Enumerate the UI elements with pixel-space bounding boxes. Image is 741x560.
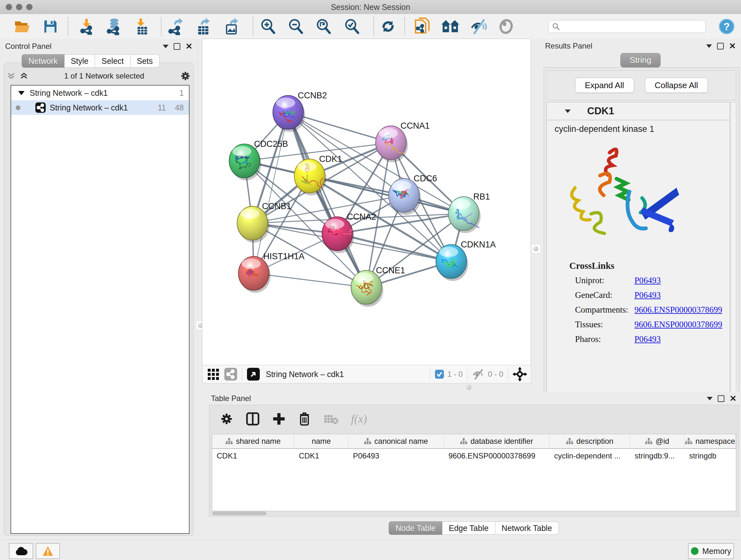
- network-options-gear-icon[interactable]: [180, 71, 191, 81]
- show-columns-icon[interactable]: [246, 412, 260, 426]
- help-icon[interactable]: ?: [719, 18, 735, 35]
- expand-collection-icon[interactable]: [18, 91, 24, 95]
- import-network-file-icon[interactable]: [79, 18, 94, 35]
- maximize-panel-icon[interactable]: [717, 43, 724, 50]
- crosslink-value-link[interactable]: P06493: [634, 275, 661, 286]
- search-input[interactable]: [560, 22, 705, 31]
- float-panel-icon[interactable]: [706, 44, 712, 48]
- network-collection-row[interactable]: String Network – cdk1 1: [11, 85, 189, 100]
- delete-column-icon[interactable]: [298, 412, 311, 426]
- column-header-@id[interactable]: @id: [630, 434, 685, 448]
- float-panel-icon[interactable]: [163, 45, 169, 48]
- toolbar-separator: [253, 17, 253, 36]
- network-status-dot: [16, 105, 20, 110]
- float-panel-icon[interactable]: [707, 397, 713, 400]
- results-vscrollbar[interactable]: [731, 102, 736, 417]
- zoom-fit-icon[interactable]: [316, 18, 332, 35]
- tab-select[interactable]: Select: [95, 54, 130, 68]
- column-header-canonical-name[interactable]: canonical name: [348, 434, 444, 448]
- network-view-toolbar: String Network – cdk1 1 - 0 0 - 0: [202, 365, 531, 383]
- expand-all-button[interactable]: Expand All: [575, 78, 634, 93]
- table-options-gear-icon[interactable]: [220, 413, 233, 425]
- close-panel-icon[interactable]: ✕: [185, 42, 192, 51]
- table-cell[interactable]: 9606.ENSP00000378699: [444, 449, 549, 463]
- tab-node-table[interactable]: Node Table: [389, 521, 442, 535]
- table-cell[interactable]: CDK1: [294, 449, 348, 463]
- home-icon[interactable]: [441, 19, 459, 34]
- tab-style[interactable]: Style: [64, 54, 95, 68]
- network-view-icon[interactable]: [224, 368, 238, 381]
- right-splitter-handle[interactable]: [531, 244, 540, 253]
- cloud-button[interactable]: [9, 543, 33, 559]
- network-node-rb1[interactable]: RB1: [448, 192, 490, 233]
- maximize-panel-icon[interactable]: [718, 395, 724, 402]
- export-network-icon[interactable]: [168, 18, 184, 35]
- grid-view-icon[interactable]: [208, 369, 219, 380]
- network-row[interactable]: String Network – cdk1 11 48: [11, 100, 189, 115]
- network-node-cdkn1a[interactable]: CDKN1A: [436, 240, 496, 281]
- tab-string[interactable]: String: [620, 53, 661, 67]
- save-session-icon[interactable]: [43, 19, 58, 34]
- network-node-ccna1[interactable]: CCNA1: [376, 121, 430, 162]
- tab-network[interactable]: Network: [22, 54, 64, 68]
- show-all-icon[interactable]: [498, 19, 514, 34]
- selected-checkbox-icon[interactable]: [434, 369, 444, 379]
- expand-all-icon[interactable]: [20, 72, 28, 80]
- network-node-cdc25b[interactable]: CDC25B: [229, 139, 288, 180]
- refresh-icon[interactable]: [380, 18, 396, 35]
- table-cell[interactable]: stringdb: [684, 449, 736, 463]
- maximize-panel-icon[interactable]: [174, 43, 180, 50]
- hidden-eye-icon[interactable]: [472, 369, 485, 380]
- table-cell[interactable]: cyclin-dependent ...: [549, 449, 630, 463]
- network-node-hist1h1a[interactable]: HIST1H1A: [239, 252, 305, 293]
- crosslink-value-link[interactable]: P06493: [634, 334, 661, 344]
- crosshair-icon[interactable]: [513, 367, 527, 381]
- collapse-all-button[interactable]: Collapse All: [645, 78, 708, 93]
- column-header-database-identifier[interactable]: database identifier: [444, 434, 549, 448]
- network-node-ccnb2[interactable]: CCNB2: [273, 91, 327, 132]
- table-hscrollbar[interactable]: [210, 511, 738, 515]
- collapse-protein-icon[interactable]: [565, 110, 570, 113]
- network-graph[interactable]: CCNB2CCNA1CDC25BCDK1CDC6RB1CCNB1CCNA2CDK…: [202, 39, 531, 365]
- table-cell[interactable]: P06493: [348, 449, 444, 463]
- memory-button[interactable]: Memory: [688, 543, 734, 559]
- close-panel-icon[interactable]: ✕: [730, 394, 737, 402]
- column-header-namespace[interactable]: namespace: [684, 434, 736, 448]
- column-header-name[interactable]: name: [294, 434, 348, 448]
- crosslink-value-link[interactable]: 9606.ENSP00000378699: [634, 320, 722, 329]
- function-builder-icon[interactable]: f(x): [351, 412, 367, 426]
- network-canvas[interactable]: CCNB2CCNA1CDC25BCDK1CDC6RB1CCNB1CCNA2CDK…: [202, 39, 531, 365]
- search-field[interactable]: [548, 20, 706, 33]
- horizontal-splitter-handle[interactable]: [466, 385, 471, 390]
- tab-edge-table[interactable]: Edge Table: [442, 521, 495, 535]
- share-document-icon[interactable]: [414, 17, 429, 36]
- right-splitter[interactable]: [531, 39, 541, 383]
- open-session-icon[interactable]: [14, 19, 30, 34]
- crosslink-value-link[interactable]: P06493: [634, 290, 661, 300]
- import-table-icon[interactable]: [134, 18, 149, 35]
- warning-button[interactable]: [36, 543, 60, 559]
- collapse-all-icon[interactable]: [7, 72, 15, 80]
- close-panel-icon[interactable]: ✕: [729, 42, 736, 50]
- import-network-database-icon[interactable]: [105, 18, 122, 35]
- crosslink-label: Tissues:: [575, 320, 634, 329]
- divider: [430, 368, 430, 381]
- hide-selected-icon[interactable]: [470, 19, 487, 34]
- divider: [467, 368, 468, 381]
- zoom-out-icon[interactable]: [288, 18, 304, 35]
- table-cell[interactable]: CDK1: [212, 449, 294, 463]
- zoom-selected-icon[interactable]: [344, 18, 360, 35]
- delete-table-icon[interactable]: [324, 413, 338, 425]
- tab-sets[interactable]: Sets: [131, 54, 159, 68]
- column-header-shared-name[interactable]: shared name: [212, 434, 294, 448]
- table-row[interactable]: CDK1CDK1P064939606.ENSP00000378699cyclin…: [212, 449, 736, 463]
- crosslink-value-link[interactable]: 9606.ENSP00000378699: [634, 305, 722, 315]
- zoom-in-icon[interactable]: [260, 18, 276, 35]
- export-table-icon[interactable]: [196, 18, 211, 35]
- export-image-icon[interactable]: [224, 18, 239, 35]
- tab-network-table[interactable]: Network Table: [495, 521, 559, 535]
- birds-eye-view-icon[interactable]: [247, 368, 260, 381]
- table-cell[interactable]: stringdb:9...: [630, 449, 685, 463]
- column-header-description[interactable]: description: [549, 434, 630, 448]
- add-column-icon[interactable]: [273, 413, 285, 425]
